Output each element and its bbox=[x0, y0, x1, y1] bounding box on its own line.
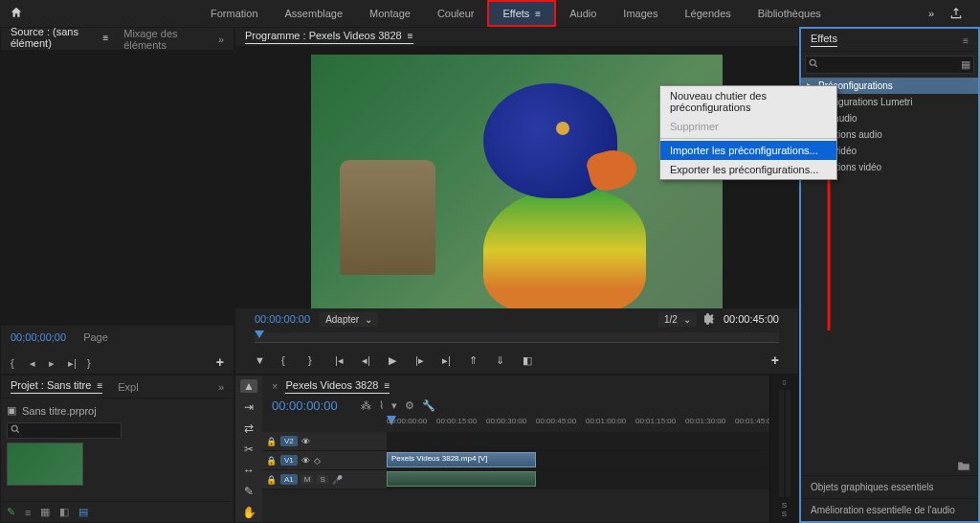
new-bin-icon[interactable] bbox=[957, 460, 970, 471]
toggle-output-icon[interactable]: 👁 bbox=[301, 456, 310, 466]
workspace-tabs: Formation Assemblage Montage Couleur Eff… bbox=[197, 0, 835, 27]
program-time-ruler[interactable] bbox=[255, 332, 779, 343]
step-fwd-icon[interactable]: |▸ bbox=[415, 354, 427, 366]
project-overflow-icon[interactable]: » bbox=[218, 381, 224, 393]
go-in-icon[interactable]: |◂ bbox=[335, 354, 346, 366]
step-back-icon[interactable]: ◂ bbox=[30, 357, 39, 367]
home-icon[interactable] bbox=[10, 6, 25, 21]
linked-selection-icon[interactable]: ⌇ bbox=[379, 399, 384, 412]
source-page-label: Page bbox=[83, 331, 108, 343]
settings-wrench-icon[interactable] bbox=[704, 313, 716, 325]
ws-legendes[interactable]: Légendes bbox=[671, 0, 744, 27]
ws-couleur[interactable]: Couleur bbox=[424, 0, 488, 27]
tab-explorer[interactable]: Expl bbox=[118, 381, 138, 393]
audio-clip[interactable] bbox=[387, 471, 536, 487]
mark-out-icon[interactable]: } bbox=[87, 357, 97, 367]
pen-tool-icon[interactable]: ✎ bbox=[240, 485, 257, 498]
tab-source[interactable]: Source : (sans élément) bbox=[11, 27, 108, 52]
export-frame-icon[interactable]: ◧ bbox=[523, 354, 534, 366]
source-monitor-view bbox=[1, 51, 234, 326]
mute-button[interactable]: M bbox=[301, 475, 314, 484]
slip-tool-icon[interactable]: ↔ bbox=[240, 464, 257, 477]
project-panel: Projet : Sans titre Expl » ▣ Sans titre.… bbox=[0, 375, 234, 523]
program-add-button[interactable]: + bbox=[771, 352, 779, 368]
razor-tool-icon[interactable]: ✂ bbox=[240, 443, 257, 456]
share-icon[interactable] bbox=[942, 7, 970, 20]
track-v1-label[interactable]: V1 bbox=[280, 455, 298, 466]
ctx-new-preset-bin[interactable]: Nouveau chutier des préconfigurations bbox=[660, 86, 836, 117]
video-clip[interactable]: Pexels Videos 3828.mp4 [V] bbox=[387, 452, 536, 467]
effects-panel-menu-icon[interactable] bbox=[961, 34, 969, 46]
track-a1[interactable]: 🔒 A1 M S 🎤 bbox=[262, 470, 769, 489]
effects-search-create-icon[interactable]: ▦ bbox=[961, 58, 970, 71]
tab-mixer[interactable]: Mixage des éléments bbox=[123, 28, 203, 51]
project-search-input[interactable] bbox=[7, 422, 122, 439]
settings-icon[interactable]: ⚙ bbox=[405, 399, 414, 412]
solo-button[interactable]: S bbox=[317, 475, 327, 484]
wrench-icon[interactable]: 🔧 bbox=[422, 399, 435, 412]
go-out-icon[interactable]: ▸| bbox=[442, 354, 454, 366]
ctx-import-presets[interactable]: Importer les préconfigurations... bbox=[660, 141, 836, 160]
resolution-select[interactable]: 1/2 ⌄ bbox=[658, 312, 697, 327]
project-file-row[interactable]: ▣ Sans titre.prproj bbox=[7, 402, 228, 419]
hand-tool-icon[interactable]: ✋ bbox=[240, 506, 257, 519]
eyedropper-icon[interactable]: ✎ bbox=[7, 506, 15, 518]
lock-icon[interactable]: 🔒 bbox=[266, 456, 277, 466]
sort-icon[interactable]: ▤ bbox=[78, 506, 88, 518]
ctx-export-presets[interactable]: Exporter les préconfigurations... bbox=[660, 160, 836, 179]
mark-out-icon[interactable]: } bbox=[308, 354, 320, 366]
step-fwd-icon[interactable]: ▸| bbox=[68, 357, 78, 367]
snap-icon[interactable]: ⁂ bbox=[361, 399, 371, 412]
essential-graphics-panel[interactable]: Objets graphiques essentiels bbox=[801, 475, 978, 498]
ws-audio[interactable]: Audio bbox=[556, 0, 610, 27]
project-thumbnail[interactable] bbox=[7, 443, 83, 486]
marker-icon[interactable]: ▾ bbox=[391, 399, 397, 412]
step-back-icon[interactable]: ◂| bbox=[362, 354, 373, 366]
ws-effets[interactable]: Effets bbox=[487, 0, 556, 27]
add-marker-icon[interactable]: ▼ bbox=[255, 354, 266, 366]
source-add-button[interactable]: + bbox=[216, 354, 224, 370]
sync-lock-icon[interactable]: ◇ bbox=[314, 456, 321, 466]
selection-tool-icon[interactable]: ▲ bbox=[240, 379, 257, 393]
track-v1[interactable]: 🔒 V1 👁 ◇ Pexels Videos 3828.mp4 [V] bbox=[262, 451, 769, 470]
track-v2[interactable]: 🔒 V2 👁 bbox=[262, 432, 769, 451]
workspace-overflow-icon[interactable]: » bbox=[921, 8, 942, 19]
program-timecode-right[interactable]: 00:00:45:00 bbox=[724, 313, 779, 325]
essential-sound-panel[interactable]: Amélioration essentielle de l'audio bbox=[801, 498, 978, 521]
play-icon[interactable]: ▸ bbox=[49, 357, 58, 367]
toggle-output-icon[interactable]: 👁 bbox=[301, 437, 310, 446]
tab-program[interactable]: Programme : Pexels Videos 3828 bbox=[245, 30, 413, 44]
track-a1-label[interactable]: A1 bbox=[280, 474, 298, 485]
timeline-ruler[interactable]: 00:00:00:00 00:00:15:00 00:00:30:00 00:0… bbox=[387, 417, 769, 432]
list-view-icon[interactable]: ≡ bbox=[25, 507, 31, 518]
ws-formation[interactable]: Formation bbox=[197, 0, 272, 27]
icon-view-icon[interactable]: ▦ bbox=[40, 506, 50, 518]
track-select-tool-icon[interactable]: ⇥ bbox=[240, 400, 257, 414]
ws-assemblage[interactable]: Assemblage bbox=[272, 0, 357, 27]
mark-in-icon[interactable]: { bbox=[281, 354, 293, 366]
lift-icon[interactable]: ⇑ bbox=[469, 354, 480, 366]
source-timecode[interactable]: 00;00;00;00 bbox=[11, 331, 66, 343]
ws-images[interactable]: Images bbox=[610, 0, 671, 27]
effects-search-input[interactable] bbox=[805, 56, 974, 74]
track-v2-label[interactable]: V2 bbox=[280, 436, 298, 446]
lock-icon[interactable]: 🔒 bbox=[266, 437, 277, 446]
voice-over-icon[interactable]: 🎤 bbox=[332, 475, 343, 485]
panel-menu-icon[interactable]: » bbox=[218, 34, 224, 45]
freeform-view-icon[interactable]: ◧ bbox=[59, 506, 69, 518]
lock-icon[interactable]: 🔒 bbox=[266, 475, 277, 485]
tab-project[interactable]: Projet : Sans titre bbox=[11, 379, 102, 394]
timeline-tab[interactable]: Pexels Videos 3828 bbox=[285, 379, 390, 394]
play-icon[interactable]: ▶ bbox=[389, 354, 400, 366]
meter-solo-right[interactable]: S bbox=[782, 510, 787, 518]
meter-solo-left[interactable]: S bbox=[782, 501, 787, 510]
ws-bibliotheques[interactable]: Bibliothèques bbox=[745, 0, 835, 27]
ws-montage[interactable]: Montage bbox=[356, 0, 424, 27]
ripple-edit-tool-icon[interactable]: ⇄ bbox=[240, 421, 257, 435]
program-timecode-left[interactable]: 00:00:00:00 bbox=[255, 313, 310, 325]
mark-in-icon[interactable]: { bbox=[11, 357, 20, 367]
tab-effects[interactable]: Effets bbox=[811, 33, 837, 47]
extract-icon[interactable]: ⇓ bbox=[496, 354, 507, 366]
zoom-fit-select[interactable]: Adapter ⌄ bbox=[320, 312, 378, 327]
timeline-timecode[interactable]: 00:00:00:00 bbox=[272, 398, 338, 413]
